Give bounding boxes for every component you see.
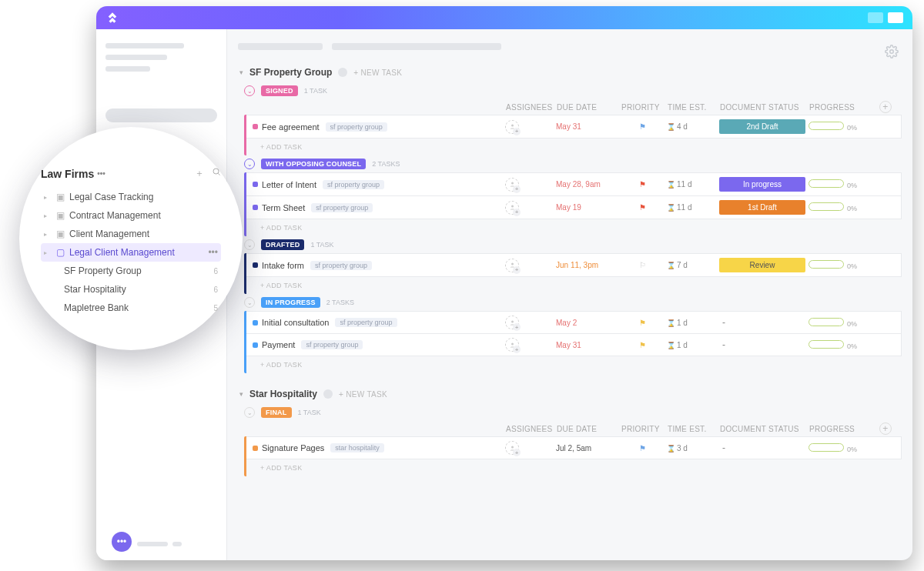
progress-cell[interactable]: 0% <box>808 122 870 132</box>
window-minimize[interactable] <box>868 12 883 23</box>
assignee-add-icon[interactable] <box>505 316 519 329</box>
task-row[interactable]: Term Sheet sf property group May 19 ⚑ ⌛1… <box>246 195 902 219</box>
progress-cell[interactable]: 0% <box>808 340 870 350</box>
progress-cell[interactable]: 0% <box>808 179 870 189</box>
priority-flag-icon[interactable]: ⚑ <box>621 341 664 349</box>
status-label[interactable]: SIGNED <box>261 85 298 96</box>
task-row[interactable]: Letter of Intent sf property group May 2… <box>246 172 902 196</box>
due-date[interactable]: Jul 2, 5am <box>556 444 618 452</box>
assignee-add-icon[interactable] <box>505 338 519 352</box>
add-task-button[interactable]: + ADD TASK <box>246 139 902 155</box>
time-estimate[interactable]: ⌛7 d <box>667 261 716 269</box>
priority-flag-icon[interactable]: ⚑ <box>621 203 664 212</box>
time-estimate[interactable]: ⌛11 d <box>667 203 716 212</box>
progress-cell[interactable]: 0% <box>808 443 870 453</box>
doc-status-pill[interactable]: Review <box>719 258 805 272</box>
col-progress: PROGRESS <box>809 103 871 112</box>
more-icon[interactable]: ••• <box>97 169 105 178</box>
doc-status-pill[interactable]: 1st Draft <box>719 200 805 215</box>
add-task-button[interactable]: + ADD TASK <box>246 219 902 236</box>
svg-point-3 <box>511 205 514 208</box>
assignee-add-icon[interactable] <box>505 120 519 134</box>
priority-flag-icon[interactable]: ⚑ <box>621 180 664 189</box>
tree-subitem[interactable]: Mapletree Bank 5 <box>61 299 221 317</box>
new-task-button[interactable]: + NEW TASK <box>339 390 387 399</box>
tree-subitem[interactable]: Star Hospitality 6 <box>61 280 221 299</box>
status-label[interactable]: WITH OPPOSING COUNSEL <box>261 159 366 169</box>
collapse-icon[interactable]: ▾ <box>239 390 243 398</box>
space-popup: Law Firms ••• ＋ ▸ ▣ Legal Case Tracking … <box>19 127 243 350</box>
search-icon[interactable] <box>212 167 221 180</box>
new-task-button[interactable]: + NEW TASK <box>353 68 402 77</box>
assignee-add-icon[interactable] <box>505 178 519 192</box>
status-label[interactable]: FINAL <box>261 407 292 418</box>
status-label[interactable]: IN PROGRESS <box>261 297 320 308</box>
chevron-down-icon[interactable]: ⌄ <box>244 85 255 96</box>
status-label[interactable]: DRAFTED <box>261 239 304 250</box>
due-date[interactable]: May 31 <box>556 341 618 349</box>
progress-cell[interactable]: 0% <box>808 318 870 328</box>
due-date[interactable]: May 31 <box>556 122 618 131</box>
due-date[interactable]: May 19 <box>556 203 618 212</box>
priority-flag-icon[interactable]: ⚑ <box>621 122 664 131</box>
add-task-button[interactable]: + ADD TASK <box>246 356 902 373</box>
due-date[interactable]: May 2 <box>556 319 618 327</box>
task-tag[interactable]: sf property group <box>301 340 363 349</box>
time-estimate[interactable]: ⌛3 d <box>667 444 716 452</box>
window-maximize[interactable] <box>888 12 903 23</box>
task-tag[interactable]: sf property group <box>335 318 397 327</box>
time-estimate[interactable]: ⌛1 d <box>667 319 716 327</box>
chevron-down-icon[interactable]: ⌄ <box>244 159 255 169</box>
time-estimate[interactable]: ⌛11 d <box>667 180 716 189</box>
gear-icon[interactable] <box>885 45 899 61</box>
task-tag[interactable]: sf property group <box>311 203 373 212</box>
time-estimate[interactable]: ⌛4 d <box>667 122 716 131</box>
progress-cell[interactable]: 0% <box>808 202 870 212</box>
tree-item[interactable]: ▸ ▣ Contract Management <box>41 206 221 225</box>
assignee-add-icon[interactable] <box>505 201 519 215</box>
info-icon <box>323 389 333 399</box>
add-column-button[interactable]: + <box>879 101 892 113</box>
tree-item[interactable]: ▸ ▣ Legal Case Tracking <box>41 188 221 206</box>
chat-fab[interactable]: ••• <box>112 532 132 552</box>
add-task-button[interactable]: + ADD TASK <box>246 277 902 294</box>
task-tag[interactable]: sf property group <box>326 122 387 132</box>
more-icon[interactable]: ••• <box>208 247 218 258</box>
due-date[interactable]: May 28, 9am <box>556 180 618 189</box>
status-task-list: Letter of Intent sf property group May 2… <box>244 172 902 236</box>
doc-status-pill[interactable]: In progress <box>719 177 805 192</box>
folder-icon: ▣ <box>56 229 65 239</box>
task-row[interactable]: Intake form sf property group Jun 11, 3p… <box>246 253 902 277</box>
tree-item[interactable]: ▸ ▢ Legal Client Management ••• <box>41 243 221 262</box>
task-row[interactable]: Signature Pages star hospitality Jul 2, … <box>246 436 902 459</box>
task-row[interactable]: Initial consultation sf property group M… <box>246 311 902 334</box>
chevron-down-icon[interactable]: ⌄ <box>244 239 255 250</box>
task-row[interactable]: Payment sf property group May 31 ⚑ ⌛1 d … <box>246 333 902 356</box>
priority-flag-icon[interactable]: ⚑ <box>621 319 664 327</box>
task-tag[interactable]: sf property group <box>323 180 384 189</box>
assignee-add-icon[interactable] <box>505 259 519 272</box>
tree-subitem[interactable]: SF Property Group 6 <box>61 262 221 280</box>
doc-status-pill[interactable]: 2nd Draft <box>719 119 805 134</box>
chevron-right-icon: ▸ <box>44 212 52 219</box>
chevron-down-icon[interactable]: ⌄ <box>244 297 255 308</box>
folder-icon: ▣ <box>56 210 65 221</box>
task-group: ▾ SF Property Group + NEW TASK ⌄ SIGNED … <box>238 67 902 373</box>
task-row[interactable]: Fee agreement sf property group May 31 ⚑… <box>246 115 902 139</box>
task-tag[interactable]: star hospitality <box>330 443 384 452</box>
add-column-button[interactable]: + <box>879 422 892 435</box>
collapse-icon[interactable]: ▾ <box>239 68 243 76</box>
priority-flag-icon[interactable]: ⚑ <box>621 444 664 452</box>
assignee-add-icon[interactable] <box>505 441 519 455</box>
chevron-down-icon[interactable]: ⌄ <box>244 407 255 418</box>
add-task-button[interactable]: + ADD TASK <box>246 459 902 476</box>
time-estimate[interactable]: ⌛1 d <box>667 341 716 349</box>
progress-cell[interactable]: 0% <box>808 260 870 270</box>
tree-item[interactable]: ▸ ▣ Client Management <box>41 225 221 243</box>
progress-value: 0% <box>847 182 857 189</box>
folder-icon: ▣ <box>56 192 65 202</box>
priority-flag-icon[interactable]: ⚐ <box>621 261 664 269</box>
due-date[interactable]: Jun 11, 3pm <box>556 261 618 269</box>
task-tag[interactable]: sf property group <box>310 261 372 270</box>
add-icon[interactable]: ＋ <box>195 167 204 180</box>
